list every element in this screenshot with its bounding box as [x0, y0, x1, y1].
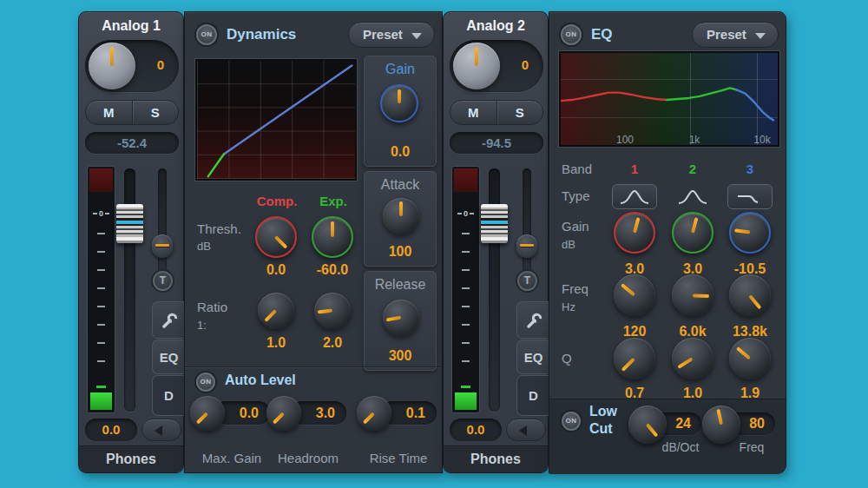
- output-label[interactable]: Phones: [79, 445, 183, 472]
- exp-thresh-value: -60.0: [302, 262, 363, 278]
- totalmix-window: Analog 1 0 MS -52.4 0 T EQ D 0.0: [0, 0, 868, 488]
- aux-slider-handle[interactable]: [152, 234, 173, 258]
- dynamics-on-button[interactable]: ON: [196, 24, 217, 45]
- low-cut-freq-unit: Freq: [724, 440, 779, 454]
- band1-freq-knob[interactable]: [614, 274, 655, 316]
- mute-button[interactable]: M: [450, 101, 496, 124]
- meter-clip-segment: [89, 168, 113, 192]
- band1-gain-knob[interactable]: [614, 212, 655, 254]
- pan-knob[interactable]: [453, 43, 500, 89]
- eq-on-button[interactable]: ON: [561, 24, 582, 45]
- fader-handle[interactable]: [481, 204, 508, 243]
- level-readout: -94.5: [450, 132, 543, 154]
- rise-time-knob[interactable]: [357, 396, 391, 431]
- collapse-button[interactable]: [506, 419, 546, 441]
- pan-value: 0: [157, 57, 164, 72]
- solo-button[interactable]: S: [497, 101, 543, 124]
- tab-settings[interactable]: [152, 301, 185, 339]
- fader-gain-value[interactable]: 0.0: [450, 419, 502, 441]
- left-arrow-icon: [155, 425, 162, 436]
- knob-pointer: [736, 346, 751, 359]
- band3-curve: [737, 89, 774, 120]
- gain-knob[interactable]: [380, 84, 418, 122]
- eq-gain-unit: dB: [562, 238, 575, 251]
- headroom-knob[interactable]: [266, 396, 301, 431]
- low-cut-title-line1: Low: [589, 404, 617, 419]
- band3-type-button[interactable]: [727, 184, 773, 209]
- trim-button[interactable]: T: [517, 271, 537, 291]
- knob-pointer: [318, 309, 332, 314]
- ratio-label: Ratio: [197, 300, 227, 314]
- gain-cell: Gain 0.0: [364, 56, 437, 167]
- trim-button[interactable]: T: [153, 271, 173, 291]
- knob-pointer: [717, 409, 723, 425]
- mute-button[interactable]: M: [86, 101, 132, 124]
- low-cut-freq-knob[interactable]: [702, 406, 740, 444]
- pan-knob-group: 0: [450, 40, 543, 92]
- eq-preset-button[interactable]: Preset: [692, 22, 779, 48]
- freq-tick-1k: 1k: [677, 134, 712, 146]
- band2-type-button[interactable]: [670, 184, 715, 209]
- release-value: 300: [365, 348, 436, 364]
- meter-ticks: [97, 233, 105, 379]
- channel-title: Analog 2: [444, 18, 548, 34]
- comp-thresh-value: 0.0: [246, 262, 306, 278]
- tab-settings[interactable]: [516, 301, 549, 339]
- ratio-unit: 1:: [197, 319, 207, 332]
- band3-q-knob[interactable]: [729, 338, 771, 379]
- band3-gain-knob[interactable]: [729, 212, 771, 254]
- aux-slider-track[interactable]: [523, 168, 531, 280]
- band1-type-button[interactable]: [612, 184, 657, 209]
- knob-pointer: [693, 293, 709, 297]
- bell-filter-icon: [677, 188, 708, 206]
- meter-zero-mark: 0: [452, 209, 479, 218]
- knob-pointer: [399, 201, 403, 216]
- collapse-button[interactable]: [141, 419, 181, 441]
- knob-pointer: [331, 221, 334, 237]
- attack-knob[interactable]: [383, 198, 419, 234]
- aux-slider-track[interactable]: [158, 168, 167, 280]
- low-cut-slope-knob[interactable]: [628, 406, 667, 444]
- tab-dynamics[interactable]: D: [516, 375, 549, 416]
- bell-filter-icon: [619, 188, 650, 206]
- tab-dynamics[interactable]: D: [152, 375, 185, 416]
- max-gain-knob[interactable]: [190, 396, 225, 431]
- auto-level-on-button[interactable]: ON: [196, 373, 215, 392]
- comp-thresh-knob[interactable]: [255, 216, 297, 258]
- knob-pointer: [363, 412, 375, 425]
- attack-value: 100: [365, 244, 436, 260]
- fader-handle[interactable]: [116, 204, 143, 243]
- dynamics-title: Dynamics: [227, 26, 296, 43]
- fader-gain-value[interactable]: 0.0: [85, 419, 137, 441]
- band-label: Band: [562, 162, 592, 176]
- solo-button[interactable]: S: [133, 101, 179, 124]
- tab-eq[interactable]: EQ: [152, 340, 185, 374]
- low-cut-title-line2: Cut: [589, 421, 613, 437]
- pan-knob[interactable]: [89, 43, 135, 89]
- aux-slider-handle[interactable]: [516, 234, 537, 258]
- exp-ratio-knob[interactable]: [314, 293, 351, 329]
- band3-freq-knob[interactable]: [729, 274, 771, 316]
- level-readout: -52.4: [85, 132, 179, 154]
- knob-pointer: [275, 236, 288, 249]
- comp-ratio-knob[interactable]: [258, 293, 294, 329]
- knob-pointer: [386, 316, 401, 321]
- exp-thresh-knob[interactable]: [312, 216, 353, 258]
- band2-q-knob[interactable]: [672, 338, 713, 379]
- low-cut-on-button[interactable]: ON: [562, 412, 581, 431]
- comp-ratio-value: 1.0: [246, 335, 306, 351]
- knob-pointer: [678, 358, 694, 369]
- rise-time-label: Rise Time: [355, 451, 442, 465]
- meter-green-bar: [90, 392, 112, 410]
- dynamics-preset-button[interactable]: Preset: [348, 22, 435, 48]
- release-knob[interactable]: [383, 300, 419, 336]
- band2-freq-knob[interactable]: [672, 274, 713, 316]
- channel-strip-analog2: Analog 2 0 MS -94.5 0 T EQ D 0.0: [443, 11, 549, 473]
- auto-level-title: Auto Level: [225, 373, 296, 388]
- band1-q-knob[interactable]: [614, 338, 655, 379]
- band2-gain-knob[interactable]: [672, 212, 713, 254]
- level-meter: 0: [451, 166, 480, 413]
- output-label[interactable]: Phones: [444, 445, 548, 472]
- tab-eq[interactable]: EQ: [516, 340, 549, 374]
- left-arrow-icon: [519, 425, 527, 436]
